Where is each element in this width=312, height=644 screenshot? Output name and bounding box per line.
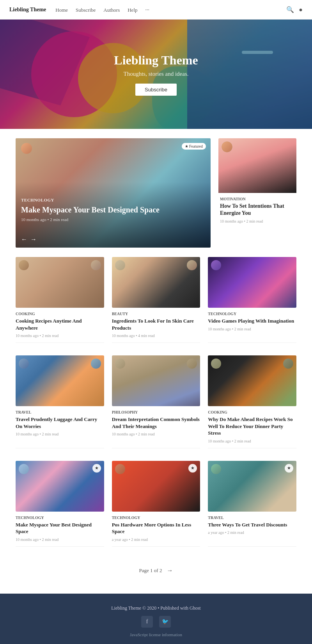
card-title: Travel Prudently Luggage And Carry On Wo…: [16, 416, 104, 430]
card-meta: a year ago • 2 min read: [112, 537, 200, 542]
side-card-image: [218, 138, 296, 193]
star-icon: ★: [92, 464, 101, 473]
avatar: [19, 359, 29, 369]
navbar: Liebling Theme Home Subscribe Authors He…: [0, 0, 312, 20]
nav-links: Home Subscribe Authors Help ···: [55, 6, 149, 13]
grid-row-3: Travel Travel Prudently Luggage And Carr…: [16, 355, 296, 451]
card-pos[interactable]: ★ Technology Pos Hardware More Options I…: [112, 461, 200, 547]
hero-title: Liebling Theme: [114, 53, 198, 68]
nav-home[interactable]: Home: [55, 7, 68, 13]
nav-more[interactable]: ···: [145, 7, 150, 13]
card-title: Dream Interpretation Common Symbols And …: [112, 416, 200, 430]
twitter-icon[interactable]: 🐦: [159, 616, 171, 628]
card-cooking[interactable]: Cooking Cooking Recipes Anytime And Anyw…: [16, 257, 104, 343]
avatar: [115, 464, 125, 474]
hero-banner: Liebling Theme Thoughts, stories and ide…: [0, 20, 312, 129]
search-icon[interactable]: 🔍: [286, 6, 294, 13]
grid-row-4: ★ Technology Make Myspace Your Best Desi…: [16, 461, 296, 550]
featured-badge: ★ Featured: [182, 143, 206, 150]
card-meta: 10 months ago • 2 min read: [16, 537, 104, 542]
card-philosophy-body: Philosophy Dream Interpretation Common S…: [112, 410, 200, 436]
avatar2: [283, 260, 293, 270]
nav-brand[interactable]: Liebling Theme: [9, 7, 46, 13]
card-beauty-image: [112, 257, 200, 308]
card-meta: 10 months ago • 2 min read: [208, 439, 296, 443]
card-travel[interactable]: Travel Travel Prudently Luggage And Carr…: [16, 355, 104, 448]
side-card-title: How To Set Intentions That Energize You: [220, 203, 295, 217]
featured-title: Make Myspace Your Best Designed Space: [21, 205, 205, 215]
prev-arrow-icon[interactable]: ←: [21, 236, 27, 243]
card-pos-image: ★: [112, 461, 200, 512]
avatar2: [187, 359, 197, 369]
card-title: Make Myspace Your Best Designed Space: [16, 521, 104, 535]
card-philosophy[interactable]: Philosophy Dream Interpretation Common S…: [112, 355, 200, 448]
card-myspace-image: ★: [16, 461, 104, 512]
card-category: Travel: [16, 410, 104, 414]
card-meta: 10 months ago • 2 min read: [208, 327, 296, 331]
next-arrow-icon[interactable]: →: [30, 236, 37, 243]
card-travel-image: [16, 355, 104, 406]
footer-legal[interactable]: JavaScript license information: [8, 632, 304, 637]
star-icon: ★: [188, 464, 197, 473]
card-meta: 10 months ago • 2 min read: [16, 432, 104, 436]
nav-authors[interactable]: Authors: [103, 7, 120, 13]
pagination: Page 1 of 2 →: [16, 559, 296, 578]
card-meta: a year ago • 2 min read: [208, 530, 296, 535]
card-beauty[interactable]: Beauty Ingredients To Look For In Skin C…: [112, 257, 200, 343]
card-philosophy-image: [112, 355, 200, 406]
card-category: Technology: [112, 516, 200, 520]
card-myspace-body: Technology Make Myspace Your Best Design…: [16, 516, 104, 542]
card-category: Philosophy: [112, 410, 200, 414]
card-technology[interactable]: Technology Video Games Playing With Imag…: [208, 257, 296, 343]
card-title: Video Games Playing With Imagination: [208, 318, 296, 325]
card-category: Technology: [208, 312, 296, 316]
card-category: Cooking: [208, 410, 296, 414]
card-title: Why Do Make Ahead Recipes Work So Well T…: [208, 416, 296, 437]
card-category: Cooking: [16, 312, 104, 316]
card-category: Beauty: [112, 312, 200, 316]
avatar2: [187, 260, 197, 270]
nav-subscribe[interactable]: Subscribe: [76, 7, 96, 13]
card-travel-discounts[interactable]: ★ Travel Three Ways To Get Travel Discou…: [208, 461, 296, 547]
avatar: [211, 359, 221, 369]
footer-social-icons: f 🐦: [8, 616, 304, 628]
next-page-button[interactable]: →: [167, 567, 173, 574]
card-meta: 10 months ago • 4 min read: [112, 334, 200, 338]
avatar: [211, 260, 221, 270]
card-beauty-body: Beauty Ingredients To Look For In Skin C…: [112, 312, 200, 338]
card-technology-body: Technology Video Games Playing With Imag…: [208, 312, 296, 331]
card-cooking-image: [16, 257, 104, 308]
avatar: [19, 260, 29, 270]
card-cooking-dinner-body: Cooking Why Do Make Ahead Recipes Work S…: [208, 410, 296, 443]
facebook-icon[interactable]: f: [141, 616, 153, 628]
card-category: Technology: [16, 516, 104, 520]
avatar: [115, 260, 125, 270]
card-tech-image: [208, 257, 296, 308]
profile-icon[interactable]: ●: [299, 6, 303, 13]
avatar2: [91, 359, 101, 369]
avatar2: [283, 359, 293, 369]
card-category: Travel: [208, 516, 296, 520]
side-card-body: Motivation How To Set Intentions That En…: [218, 193, 296, 227]
card-title: Three Ways To Get Travel Discounts: [208, 521, 296, 528]
avatar2: [91, 260, 101, 270]
avatar: [211, 464, 221, 474]
featured-card-big[interactable]: Technology Make Myspace Your Best Design…: [16, 138, 211, 248]
hero-subscribe-button[interactable]: Subscribe: [135, 84, 177, 96]
card-meta: 10 months ago • 2 min read: [112, 432, 200, 436]
grid-row-2: Cooking Cooking Recipes Anytime And Anyw…: [16, 257, 296, 346]
card-cooking-dinner[interactable]: Cooking Why Do Make Ahead Recipes Work S…: [208, 355, 296, 448]
featured-card-side[interactable]: Motivation How To Set Intentions That En…: [218, 138, 296, 248]
side-card-category: Motivation: [220, 197, 295, 201]
pagination-text: Page 1 of 2: [139, 567, 162, 574]
card-travel-discounts-image: ★: [208, 461, 296, 512]
card-myspace[interactable]: ★ Technology Make Myspace Your Best Desi…: [16, 461, 104, 547]
footer: Liebling Theme © 2020 • Published with G…: [0, 594, 312, 644]
featured-meta: 10 months ago • 2 min read: [21, 217, 205, 222]
card-title: Cooking Recipes Anytime And Anywhere: [16, 318, 104, 331]
card-title: Pos Hardware More Options In Less Space: [112, 521, 200, 535]
nav-help[interactable]: Help: [128, 7, 137, 13]
avatar: [21, 143, 32, 154]
card-cooking-dinner-image: [208, 355, 296, 406]
side-card-avatar: [222, 141, 232, 152]
